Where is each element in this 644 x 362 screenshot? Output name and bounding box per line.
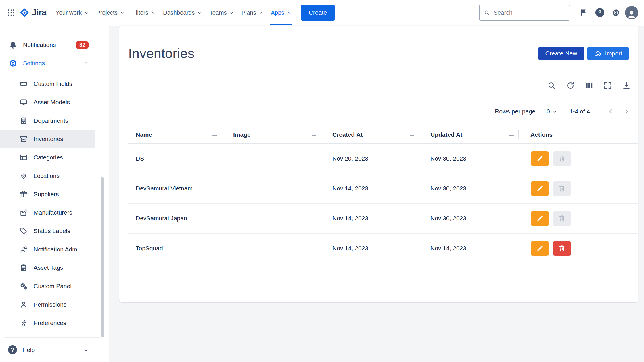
column-header-created-at: Created At (321, 126, 419, 144)
sidebar-divider (4, 29, 101, 29)
rows-per-page-select[interactable]: 10 (543, 108, 557, 115)
trash-icon (558, 244, 566, 252)
create-button[interactable]: Create (301, 5, 335, 21)
sidebar-item-inventories[interactable]: Inventories (0, 130, 95, 148)
cell-updated-at: Nov 30, 2023 (419, 144, 519, 174)
chevron-down-icon (83, 347, 89, 353)
sidebar-bottom: ? Help (0, 337, 108, 362)
sidebar-item-custom-fields[interactable]: Custom Fields (0, 75, 95, 93)
sidebar-item-categories[interactable]: Categories (0, 148, 95, 167)
chevron-down-icon (151, 10, 156, 15)
nav-item-teams[interactable]: Teams (207, 0, 236, 25)
table-toolbar (119, 81, 638, 90)
sidebar-item-preferences[interactable]: Preferences (0, 314, 95, 332)
nav-item-dashboards[interactable]: Dashboards (160, 0, 205, 25)
global-search-input[interactable] (493, 9, 566, 16)
nav-item-apps[interactable]: Apps (268, 0, 294, 25)
main-content: Inventories Create New Import Rows per p… (109, 26, 644, 362)
table-refresh-button[interactable] (566, 81, 575, 90)
question-mark-icon: ? (595, 8, 604, 17)
rows-per-page-label: Rows per page (495, 108, 535, 115)
import-button[interactable]: Import (587, 47, 629, 60)
cell-actions (519, 174, 638, 203)
column-header-updated-at: Updated At (419, 126, 519, 144)
cell-name: DevSamurai Japan (128, 203, 222, 233)
inventories-table: Name Image Created At Updated At Actions… (128, 126, 638, 263)
delete-button[interactable] (553, 181, 571, 196)
chevron-down-icon (197, 10, 202, 15)
edit-button[interactable] (531, 241, 549, 256)
table-row[interactable]: DevSamurai Japan Nov 14, 2023 Nov 30, 20… (128, 203, 638, 233)
column-drag-handle-icon[interactable] (408, 131, 416, 138)
categories-icon (20, 153, 28, 161)
edit-button[interactable] (531, 211, 549, 226)
sidebar-item-help[interactable]: ? Help (0, 338, 95, 362)
search-icon (547, 81, 556, 90)
sidebar-scrollbar[interactable] (101, 177, 104, 341)
table-row[interactable]: DevSamurai Vietnam Nov 14, 2023 Nov 30, … (128, 174, 638, 203)
suppliers-icon (20, 190, 28, 198)
column-drag-handle-icon[interactable] (310, 131, 318, 138)
sidebar-item-suppliers[interactable]: Suppliers (0, 185, 95, 203)
table-header-row: Name Image Created At Updated At Actions (128, 126, 638, 144)
inventories-icon (20, 135, 28, 143)
cell-image (222, 174, 321, 203)
gear-icon (9, 59, 18, 68)
delete-button[interactable] (553, 241, 571, 256)
nav-item-plans[interactable]: Plans (239, 0, 266, 25)
departments-icon (20, 117, 28, 125)
nav-item-filters[interactable]: Filters (130, 0, 158, 25)
flag-icon (579, 8, 588, 17)
app-switcher-button[interactable] (5, 6, 18, 19)
help-button[interactable]: ? (593, 6, 607, 20)
edit-button[interactable] (531, 151, 549, 166)
edit-button[interactable] (531, 181, 549, 196)
table-row[interactable]: DS Nov 20, 2023 Nov 30, 2023 (128, 144, 638, 174)
sidebar-item-permissions[interactable]: Permissions (0, 295, 95, 314)
sidebar-item-notifications[interactable]: Notifications 32 (0, 36, 95, 54)
cell-name: DS (128, 144, 222, 174)
fullscreen-icon (603, 81, 612, 90)
sidebar-item-settings[interactable]: Settings (0, 54, 95, 72)
manufacturers-icon (20, 209, 28, 217)
sidebar-item-manufacturers[interactable]: Manufacturers (0, 203, 95, 222)
table-columns-button[interactable] (584, 81, 594, 90)
sidebar-item-departments[interactable]: Departments (0, 111, 95, 130)
locations-icon (20, 172, 28, 180)
jira-logo[interactable]: Jira (18, 8, 49, 18)
sidebar-item-status-labels[interactable]: Status Labels (0, 222, 95, 240)
sidebar-item-locations[interactable]: Locations (0, 167, 95, 185)
cell-actions (519, 233, 638, 263)
next-page-button[interactable] (621, 106, 632, 117)
previous-page-button[interactable] (605, 106, 616, 117)
column-drag-handle-icon[interactable] (508, 131, 515, 138)
sidebar-item-custom-panel[interactable]: Custom Panel (0, 277, 95, 295)
chevron-down-icon (552, 109, 557, 114)
nav-item-your-work[interactable]: Your work (53, 0, 91, 25)
delete-button[interactable] (553, 151, 571, 166)
delete-button[interactable] (553, 211, 571, 226)
nav-item-projects[interactable]: Projects (94, 0, 127, 25)
global-search[interactable] (479, 5, 570, 21)
jira-logo-icon (20, 8, 29, 18)
table-download-button[interactable] (622, 81, 631, 90)
cell-image (222, 203, 321, 233)
profile-avatar[interactable] (625, 6, 638, 19)
sidebar-item-notification-admins[interactable]: Notification Adm... (0, 240, 95, 259)
table-search-button[interactable] (547, 81, 557, 90)
sidebar-item-asset-models[interactable]: Asset Models (0, 93, 95, 111)
chevron-right-icon (622, 107, 631, 116)
create-new-button[interactable]: Create New (538, 47, 584, 60)
cell-actions (519, 203, 638, 233)
table-fullscreen-button[interactable] (603, 81, 613, 90)
preferences-icon (20, 319, 28, 327)
trash-icon (558, 155, 566, 162)
notification-admins-icon (20, 245, 28, 253)
pencil-icon (536, 244, 544, 252)
cell-updated-at: Nov 30, 2023 (419, 174, 519, 203)
whats-new-button[interactable] (577, 6, 591, 20)
column-drag-handle-icon[interactable] (211, 131, 218, 138)
settings-button[interactable] (609, 6, 623, 20)
table-row[interactable]: TopSquad Nov 14, 2023 Nov 14, 2023 (128, 233, 638, 263)
sidebar-item-asset-tags[interactable]: Asset Tags (0, 259, 95, 277)
